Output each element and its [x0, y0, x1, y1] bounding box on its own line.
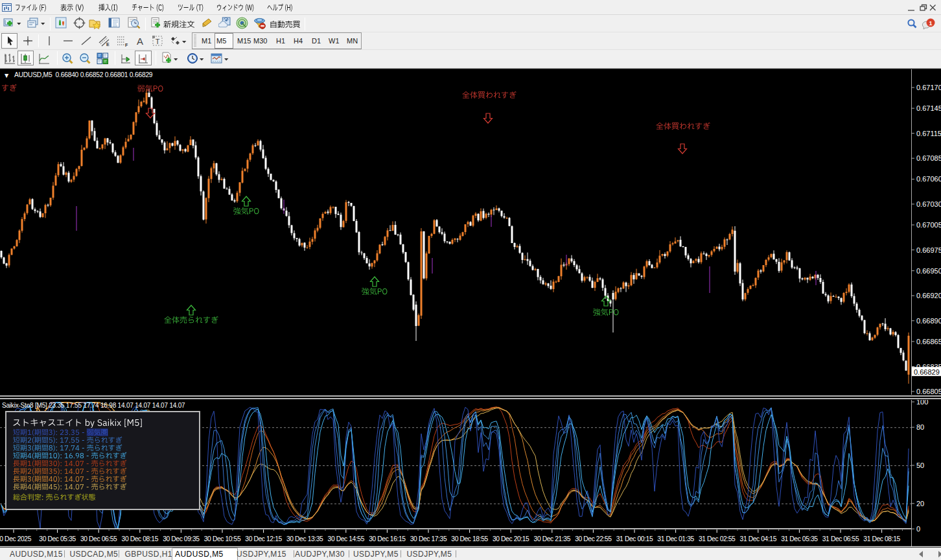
svg-text:AUDUSD,M5 0.66840 0.66852 0.6: AUDUSD,M5 0.66840 0.66852 0.66801 0.6682… [14, 71, 153, 78]
svg-text:31 Dec 04:15: 31 Dec 04:15 [740, 535, 777, 542]
svg-text:0.67085: 0.67085 [916, 154, 941, 162]
svg-text:30 Dec 21:35: 30 Dec 21:35 [534, 535, 571, 542]
svg-text:30 Dec 13:35: 30 Dec 13:35 [286, 535, 323, 542]
svg-text:0.66950: 0.66950 [916, 267, 941, 275]
svg-text:31 Dec 08:15: 31 Dec 08:15 [863, 535, 900, 542]
svg-text:0.67145: 0.67145 [916, 104, 941, 112]
svg-text:31 Dec 06:55: 31 Dec 06:55 [822, 535, 859, 542]
svg-text:0.66805: 0.66805 [916, 388, 941, 395]
svg-text:30 Dec 08:15: 30 Dec 08:15 [122, 535, 159, 542]
svg-text:31 Dec 00:15: 31 Dec 00:15 [616, 535, 653, 542]
svg-text:30 Dec 14:55: 30 Dec 14:55 [328, 535, 365, 542]
svg-text:31 Dec 02:55: 31 Dec 02:55 [699, 535, 736, 542]
svg-text:30 Dec 06:55: 30 Dec 06:55 [80, 535, 117, 542]
svg-text:▼: ▼ [3, 72, 10, 79]
svg-text:30 Dec 16:15: 30 Dec 16:15 [369, 535, 406, 542]
svg-text:80: 80 [916, 423, 924, 431]
svg-text:0.66865: 0.66865 [916, 338, 941, 345]
svg-text:30 Dec 22:55: 30 Dec 22:55 [575, 535, 612, 542]
svg-text:30 Dec 12:15: 30 Dec 12:15 [245, 535, 282, 542]
svg-text:30 Dec 20:15: 30 Dec 20:15 [493, 535, 529, 542]
svg-text:F: F [125, 43, 128, 47]
svg-text:0.66920: 0.66920 [916, 292, 941, 299]
svg-text:0.66975: 0.66975 [916, 246, 941, 254]
svg-text:E: E [106, 42, 110, 47]
svg-text:20: 20 [916, 500, 924, 508]
svg-text:30 Dec 18:55: 30 Dec 18:55 [451, 535, 488, 542]
svg-text:30 Dec 05:35: 30 Dec 05:35 [39, 535, 76, 542]
svg-text:31 Dec 05:35: 31 Dec 05:35 [781, 535, 818, 542]
svg-text:0.67115: 0.67115 [916, 130, 941, 137]
svg-text:30 Dec 17:35: 30 Dec 17:35 [410, 535, 447, 542]
svg-text:0.66829: 0.66829 [914, 368, 940, 376]
svg-text:0.67060: 0.67060 [916, 175, 941, 183]
svg-text:50: 50 [916, 461, 924, 469]
svg-text:Saikix-Sto8 [M5] 23.35 17.55 1: Saikix-Sto8 [M5] 23.35 17.55 17.74 16.98… [2, 402, 185, 409]
svg-text:0.67170: 0.67170 [916, 84, 941, 91]
svg-text:0.66890: 0.66890 [916, 317, 941, 325]
svg-text:0: 0 [916, 525, 920, 533]
svg-text:30 Dec 09:35: 30 Dec 09:35 [163, 535, 200, 542]
svg-text:1: 1 [929, 20, 932, 27]
svg-text:0.67030: 0.67030 [916, 200, 941, 208]
svg-text:0.67005: 0.67005 [916, 221, 941, 229]
svg-text:A: A [137, 36, 143, 47]
svg-text:31 Dec 01:35: 31 Dec 01:35 [657, 535, 694, 542]
svg-text:30 Dec 10:55: 30 Dec 10:55 [204, 535, 241, 542]
svg-text:T: T [156, 38, 160, 45]
svg-text:30 Dec 2025: 30 Dec 2025 [0, 535, 32, 542]
